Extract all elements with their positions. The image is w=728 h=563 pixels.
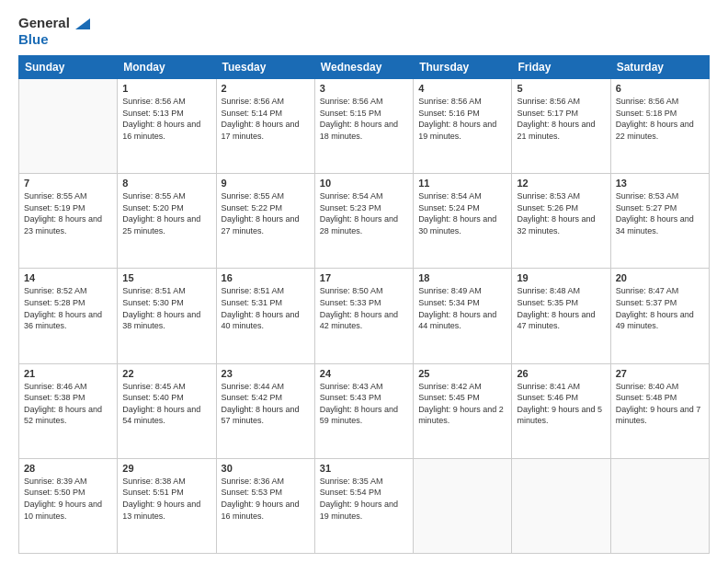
day-number: 10 — [320, 178, 408, 189]
day-cell: 4 Sunrise: 8:56 AM Sunset: 5:16 PM Dayli… — [414, 79, 512, 174]
day-number: 30 — [222, 463, 310, 474]
day-cell: 15 Sunrise: 8:51 AM Sunset: 5:30 PM Dayl… — [118, 269, 216, 363]
day-number: 8 — [122, 178, 210, 189]
day-info: Sunrise: 8:50 AM Sunset: 5:33 PM Dayligh… — [320, 285, 408, 331]
day-info: Sunrise: 8:56 AM Sunset: 5:17 PM Dayligh… — [517, 96, 605, 142]
day-number: 31 — [320, 463, 408, 474]
day-info: Sunrise: 8:55 AM Sunset: 5:20 PM Dayligh… — [122, 190, 210, 236]
day-info: Sunrise: 8:36 AM Sunset: 5:53 PM Dayligh… — [222, 476, 310, 522]
week-row-2: 7 Sunrise: 8:55 AM Sunset: 5:19 PM Dayli… — [19, 174, 710, 269]
day-cell: 5 Sunrise: 8:56 AM Sunset: 5:17 PM Dayli… — [512, 79, 610, 174]
day-info: Sunrise: 8:45 AM Sunset: 5:40 PM Dayligh… — [122, 381, 210, 427]
day-cell: 1 Sunrise: 8:56 AM Sunset: 5:13 PM Dayli… — [118, 79, 216, 174]
day-number: 21 — [24, 368, 112, 379]
column-header-saturday: Saturday — [610, 56, 709, 79]
day-number: 4 — [418, 83, 506, 94]
day-info: Sunrise: 8:49 AM Sunset: 5:34 PM Dayligh… — [418, 285, 506, 331]
day-info: Sunrise: 8:51 AM Sunset: 5:30 PM Dayligh… — [122, 285, 210, 331]
day-info: Sunrise: 8:56 AM Sunset: 5:14 PM Dayligh… — [222, 96, 310, 142]
day-info: Sunrise: 8:47 AM Sunset: 5:37 PM Dayligh… — [616, 285, 704, 331]
day-cell: 11 Sunrise: 8:54 AM Sunset: 5:24 PM Dayl… — [414, 174, 512, 269]
logo: General Blue — [18, 15, 90, 48]
day-number: 26 — [517, 368, 605, 379]
day-info: Sunrise: 8:53 AM Sunset: 5:26 PM Dayligh… — [517, 190, 605, 236]
day-number: 19 — [517, 272, 605, 283]
day-number: 16 — [222, 272, 310, 283]
day-number: 17 — [320, 272, 408, 283]
day-cell: 23 Sunrise: 8:44 AM Sunset: 5:42 PM Dayl… — [216, 363, 314, 458]
day-number: 3 — [320, 83, 408, 94]
day-cell: 6 Sunrise: 8:56 AM Sunset: 5:18 PM Dayli… — [610, 79, 709, 174]
svg-marker-0 — [75, 18, 90, 29]
day-number: 20 — [616, 272, 704, 283]
day-cell: 3 Sunrise: 8:56 AM Sunset: 5:15 PM Dayli… — [314, 79, 413, 174]
day-cell: 27 Sunrise: 8:40 AM Sunset: 5:48 PM Dayl… — [610, 363, 709, 458]
day-cell: 29 Sunrise: 8:38 AM Sunset: 5:51 PM Dayl… — [118, 458, 216, 553]
day-number: 1 — [122, 83, 210, 94]
day-cell: 19 Sunrise: 8:48 AM Sunset: 5:35 PM Dayl… — [512, 269, 610, 363]
day-number: 13 — [616, 178, 704, 189]
day-cell — [414, 458, 512, 553]
day-info: Sunrise: 8:56 AM Sunset: 5:15 PM Dayligh… — [320, 96, 408, 142]
day-cell: 16 Sunrise: 8:51 AM Sunset: 5:31 PM Dayl… — [216, 269, 314, 363]
day-info: Sunrise: 8:56 AM Sunset: 5:16 PM Dayligh… — [418, 96, 506, 142]
day-info: Sunrise: 8:56 AM Sunset: 5:13 PM Dayligh… — [122, 96, 210, 142]
calendar-table: SundayMondayTuesdayWednesdayThursdayFrid… — [18, 55, 710, 554]
day-cell: 18 Sunrise: 8:49 AM Sunset: 5:34 PM Dayl… — [414, 269, 512, 363]
day-info: Sunrise: 8:41 AM Sunset: 5:46 PM Dayligh… — [517, 381, 605, 427]
day-number: 18 — [418, 272, 506, 283]
day-cell: 20 Sunrise: 8:47 AM Sunset: 5:37 PM Dayl… — [610, 269, 709, 363]
day-info: Sunrise: 8:42 AM Sunset: 5:45 PM Dayligh… — [418, 381, 506, 427]
day-cell: 24 Sunrise: 8:43 AM Sunset: 5:43 PM Dayl… — [314, 363, 413, 458]
day-cell: 9 Sunrise: 8:55 AM Sunset: 5:22 PM Dayli… — [216, 174, 314, 269]
day-cell — [610, 458, 709, 553]
day-info: Sunrise: 8:55 AM Sunset: 5:22 PM Dayligh… — [222, 190, 310, 236]
day-cell: 12 Sunrise: 8:53 AM Sunset: 5:26 PM Dayl… — [512, 174, 610, 269]
day-info: Sunrise: 8:54 AM Sunset: 5:24 PM Dayligh… — [418, 190, 506, 236]
column-header-tuesday: Tuesday — [216, 56, 314, 79]
day-number: 7 — [24, 178, 112, 189]
day-number: 5 — [517, 83, 605, 94]
day-number: 27 — [616, 368, 704, 379]
day-info: Sunrise: 8:35 AM Sunset: 5:54 PM Dayligh… — [320, 476, 408, 522]
column-header-sunday: Sunday — [19, 56, 118, 79]
day-number: 2 — [222, 83, 310, 94]
day-cell: 13 Sunrise: 8:53 AM Sunset: 5:27 PM Dayl… — [610, 174, 709, 269]
day-cell — [512, 458, 610, 553]
day-cell: 22 Sunrise: 8:45 AM Sunset: 5:40 PM Dayl… — [118, 363, 216, 458]
header-row: SundayMondayTuesdayWednesdayThursdayFrid… — [19, 56, 710, 79]
day-info: Sunrise: 8:44 AM Sunset: 5:42 PM Dayligh… — [222, 381, 310, 427]
day-cell: 31 Sunrise: 8:35 AM Sunset: 5:54 PM Dayl… — [314, 458, 413, 553]
day-info: Sunrise: 8:53 AM Sunset: 5:27 PM Dayligh… — [616, 190, 704, 236]
week-row-4: 21 Sunrise: 8:46 AM Sunset: 5:38 PM Dayl… — [19, 363, 710, 458]
day-cell — [19, 79, 118, 174]
day-info: Sunrise: 8:39 AM Sunset: 5:50 PM Dayligh… — [24, 476, 112, 522]
column-header-wednesday: Wednesday — [314, 56, 413, 79]
page: General Blue SundayMondayTuesdayWednesda… — [0, 0, 728, 563]
day-number: 24 — [320, 368, 408, 379]
column-header-thursday: Thursday — [414, 56, 512, 79]
day-info: Sunrise: 8:55 AM Sunset: 5:19 PM Dayligh… — [24, 190, 112, 236]
day-info: Sunrise: 8:54 AM Sunset: 5:23 PM Dayligh… — [320, 190, 408, 236]
day-cell: 17 Sunrise: 8:50 AM Sunset: 5:33 PM Dayl… — [314, 269, 413, 363]
week-row-1: 1 Sunrise: 8:56 AM Sunset: 5:13 PM Dayli… — [19, 79, 710, 174]
day-number: 6 — [616, 83, 704, 94]
day-cell: 7 Sunrise: 8:55 AM Sunset: 5:19 PM Dayli… — [19, 174, 118, 269]
day-cell: 14 Sunrise: 8:52 AM Sunset: 5:28 PM Dayl… — [19, 269, 118, 363]
day-cell: 21 Sunrise: 8:46 AM Sunset: 5:38 PM Dayl… — [19, 363, 118, 458]
header: General Blue — [18, 15, 710, 48]
day-number: 22 — [122, 368, 210, 379]
day-info: Sunrise: 8:52 AM Sunset: 5:28 PM Dayligh… — [24, 285, 112, 331]
day-number: 11 — [418, 178, 506, 189]
day-number: 14 — [24, 272, 112, 283]
day-cell: 10 Sunrise: 8:54 AM Sunset: 5:23 PM Dayl… — [314, 174, 413, 269]
day-info: Sunrise: 8:40 AM Sunset: 5:48 PM Dayligh… — [616, 381, 704, 427]
column-header-monday: Monday — [118, 56, 216, 79]
day-info: Sunrise: 8:43 AM Sunset: 5:43 PM Dayligh… — [320, 381, 408, 427]
day-cell: 2 Sunrise: 8:56 AM Sunset: 5:14 PM Dayli… — [216, 79, 314, 174]
day-number: 28 — [24, 463, 112, 474]
day-number: 15 — [122, 272, 210, 283]
day-info: Sunrise: 8:46 AM Sunset: 5:38 PM Dayligh… — [24, 381, 112, 427]
week-row-5: 28 Sunrise: 8:39 AM Sunset: 5:50 PM Dayl… — [19, 458, 710, 553]
day-number: 23 — [222, 368, 310, 379]
